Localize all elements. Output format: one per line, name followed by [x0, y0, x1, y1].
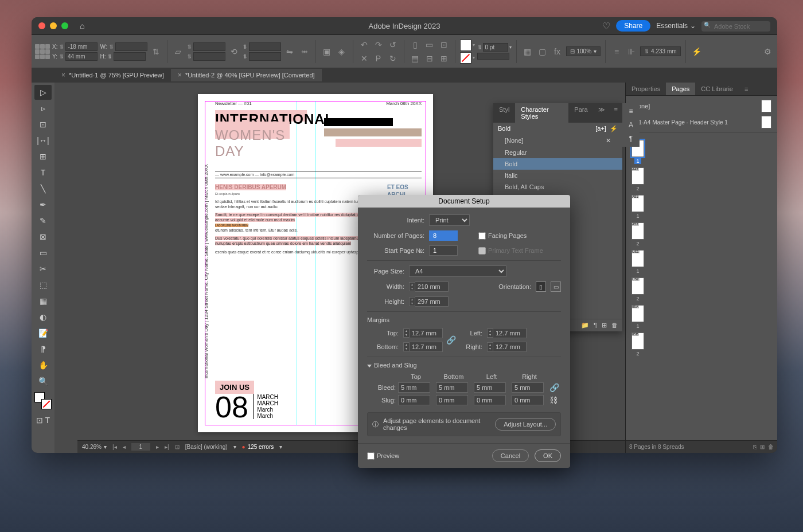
panel-menu-icon[interactable]: ≡ — [739, 83, 754, 95]
bleed-slug-label[interactable]: Bleed and Slug — [367, 362, 561, 369]
ok-button[interactable]: OK — [535, 449, 561, 462]
edit-page-icon[interactable]: ⎘ — [753, 444, 757, 450]
rectangle-frame-tool[interactable]: ⊠ — [34, 229, 52, 244]
style-folder-icon[interactable]: 📁 — [581, 322, 589, 329]
preflight-status[interactable]: [Basic] (working) — [185, 444, 228, 450]
content-collector-tool[interactable]: ⊞ — [34, 149, 52, 164]
clear-icon[interactable]: ¶ — [594, 322, 597, 329]
bleed-left[interactable] — [474, 382, 506, 393]
effects-icon[interactable]: fx — [551, 45, 564, 58]
error-count[interactable]: 125 errors — [242, 444, 274, 450]
share-button[interactable]: Share — [616, 20, 650, 32]
x-position[interactable] — [65, 42, 98, 51]
bleed-bottom[interactable] — [436, 382, 468, 393]
select-container-icon[interactable]: ◈ — [336, 45, 348, 58]
page-size-select[interactable]: A4 — [409, 265, 506, 277]
align-icon[interactable]: ≡ — [610, 45, 623, 58]
pen-tool[interactable]: ✒ — [34, 197, 52, 212]
dock-icon-1[interactable]: ≡ — [625, 105, 637, 117]
stock-search-input[interactable] — [701, 21, 770, 32]
portrait-button[interactable]: ▯ — [536, 281, 546, 292]
selection-tool[interactable]: ▷ — [34, 85, 52, 100]
type-tool[interactable]: T — [34, 165, 52, 180]
shear[interactable] — [249, 52, 281, 61]
scale-icon[interactable]: ▱ — [172, 45, 185, 58]
page-thumbnail[interactable]: A51 — [632, 195, 644, 212]
page-height-input[interactable] — [415, 296, 449, 307]
tab-properties[interactable]: Properties — [626, 83, 666, 95]
corner-options-icon[interactable]: ▢ — [536, 45, 549, 58]
tab-cc-libraries[interactable]: CC Librarie — [695, 83, 739, 95]
stroke-swatch[interactable] — [460, 52, 471, 64]
free-transform-tool[interactable]: ⬚ — [34, 277, 52, 292]
slug-bottom[interactable] — [436, 395, 468, 405]
margin-top-input[interactable] — [410, 328, 443, 338]
select-content-icon[interactable]: ▣ — [321, 45, 333, 58]
zoom-tool[interactable]: 🔍 — [34, 374, 52, 389]
settings-icon[interactable]: ⚙ — [761, 45, 774, 58]
eyedropper-tool[interactable]: ⁋ — [34, 342, 52, 357]
style-item[interactable]: Bold, All Caps — [493, 181, 622, 193]
panel-menu-icon[interactable]: ≡ — [610, 103, 622, 123]
slug-top[interactable] — [398, 395, 430, 405]
note-tool[interactable]: 📝 — [34, 326, 52, 341]
last-page-icon[interactable]: ▸| — [165, 444, 169, 450]
gradient-swatch-tool[interactable]: ▦ — [34, 294, 52, 308]
rectangle-tool[interactable]: ▭ — [34, 245, 52, 260]
new-icon[interactable]: ⊞ — [602, 322, 607, 329]
tab-character-styles[interactable]: Character Styles — [515, 103, 568, 123]
style-item[interactable]: Bold — [493, 158, 622, 170]
line-tool[interactable]: ╲ — [34, 181, 52, 196]
home-icon[interactable]: ⌂ — [80, 21, 84, 30]
page-thumbnail[interactable]: A42 — [632, 167, 644, 185]
constrain-icon[interactable]: ⇅ — [150, 45, 162, 58]
bolt-icon[interactable]: ⚡ — [691, 45, 703, 58]
slug-right[interactable] — [512, 395, 544, 405]
num-pages-input[interactable] — [429, 230, 458, 241]
stroke-style[interactable] — [477, 53, 509, 60]
rotate-icon[interactable]: ⟲ — [228, 45, 240, 58]
fill-swatch[interactable] — [460, 40, 471, 51]
close-icon[interactable]: × — [61, 71, 65, 79]
page-thumbnail[interactable]: 05A — [632, 305, 644, 322]
delete-page-icon[interactable]: 🗑 — [768, 444, 774, 450]
page-thumbnail[interactable]: A52 — [632, 222, 644, 240]
margin-left-input[interactable] — [493, 328, 527, 338]
direct-selection-tool[interactable]: ▹ — [34, 101, 52, 116]
style-item[interactable]: Italic — [493, 170, 622, 181]
landscape-button[interactable]: ▭ — [551, 281, 561, 292]
new-style-icon[interactable]: [a+] — [595, 125, 606, 132]
close-window[interactable] — [38, 22, 45, 29]
margin-right-input[interactable] — [493, 342, 527, 352]
page-thumbnail[interactable]: US1 — [632, 250, 644, 267]
fill-stroke-swap[interactable] — [34, 392, 52, 409]
opacity-field[interactable]: ⊟100%▾ — [566, 46, 601, 56]
clear-icon[interactable]: ✕ — [606, 137, 611, 144]
dock-icon-2[interactable]: A — [625, 119, 637, 131]
bleed-top[interactable] — [398, 382, 430, 393]
intent-select[interactable]: Print — [429, 214, 470, 226]
bleed-right[interactable] — [512, 382, 544, 393]
expand-icon[interactable]: ≫ — [594, 103, 610, 123]
tab-styl[interactable]: Styl — [493, 103, 515, 123]
new-page-icon[interactable]: ⊞ — [760, 444, 765, 450]
minimize-window[interactable] — [50, 22, 57, 29]
page-number[interactable]: 1 — [131, 443, 151, 451]
open-nav-icon[interactable]: ⊡ — [175, 444, 180, 450]
height-field[interactable] — [114, 52, 146, 61]
next-page-icon[interactable]: ▸ — [156, 444, 159, 450]
close-icon[interactable]: × — [178, 71, 182, 79]
gap-tool[interactable]: |↔| — [34, 133, 52, 148]
hand-tool[interactable]: ✋ — [34, 358, 52, 373]
page-width-input[interactable] — [415, 281, 449, 292]
preview-check[interactable]: Preview — [367, 452, 399, 460]
scissors-tool[interactable]: ✂ — [34, 261, 52, 276]
scale-x[interactable] — [193, 42, 225, 51]
flip-h-icon[interactable]: ⇋ — [283, 45, 296, 58]
master-a41[interactable]: A41-A4 Master Page - Header Style 1 — [626, 114, 777, 130]
flip-v-icon[interactable]: ⥈ — [298, 45, 311, 58]
lightbulb-icon[interactable]: ♡ — [602, 21, 610, 32]
reference-point[interactable] — [35, 44, 50, 59]
rotation[interactable] — [249, 42, 281, 51]
adjust-layout-button[interactable]: Adjust Layout... — [495, 418, 556, 431]
